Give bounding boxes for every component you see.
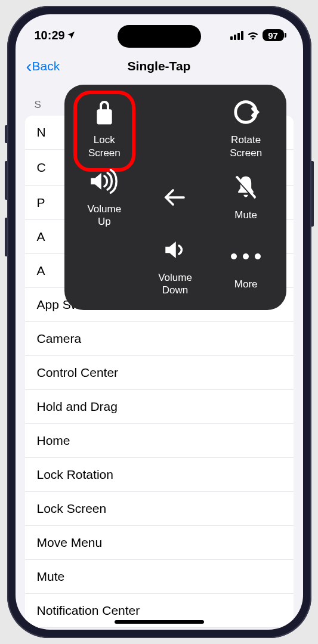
bell-slash-icon [233,173,259,202]
status-time: 10:29 [35,29,76,42]
home-indicator[interactable] [115,620,204,624]
back-button[interactable]: ‹ Back [26,57,60,75]
back-label: Back [32,59,60,73]
page-title: Single-Tap [128,59,191,73]
lock-icon [93,98,116,126]
svg-point-0 [236,102,257,123]
cellular-icon [230,31,243,40]
list-item[interactable]: Hold and Drag [25,390,294,424]
lock-screen-label: Lock Screen [88,134,121,159]
volume-up-icon [88,167,121,196]
more-label: More [234,278,258,290]
mute-button[interactable]: Mute [211,163,282,231]
volume-down-button[interactable]: Volume Down [140,232,211,301]
more-icon [231,242,261,271]
arrow-left-icon [164,183,186,212]
dynamic-island [118,25,201,48]
list-item[interactable]: Mute [25,560,294,594]
navigation-bar: ‹ Back Single-Tap [16,49,303,81]
list-item[interactable]: Control Center [25,356,294,390]
volume-down-label: Volume Down [158,271,192,297]
volume-up-button[interactable]: Volume Up [69,163,140,231]
list-item[interactable]: Move Menu [25,526,294,560]
volume-up-label: Volume Up [87,203,121,228]
wifi-icon [247,31,259,40]
mute-label: Mute [234,209,257,221]
more-button[interactable]: More [211,232,282,301]
list-item[interactable]: Lock Rotation [25,458,294,492]
screen: 10:29 97 ‹ Back [16,14,303,630]
rotate-screen-label: Rotate Screen [230,134,262,159]
lock-screen-button[interactable]: Lock Screen [69,94,140,163]
svg-marker-1 [256,109,260,116]
rotate-screen-button[interactable]: Rotate Screen [211,94,282,163]
back-arrow-button[interactable] [140,163,211,231]
assistive-touch-menu: Lock Screen Rotate Screen Volume Up [64,85,286,310]
rotate-icon [232,98,260,126]
list-item[interactable]: Home [25,424,294,458]
list-item[interactable]: Lock Screen [25,492,294,526]
volume-down-icon [162,236,187,264]
phone-frame: 10:29 97 ‹ Back [7,6,311,638]
list-item[interactable]: Camera [25,322,294,356]
chevron-left-icon: ‹ [26,57,32,75]
battery-indicator: 97 [263,29,284,41]
location-icon [66,30,76,40]
